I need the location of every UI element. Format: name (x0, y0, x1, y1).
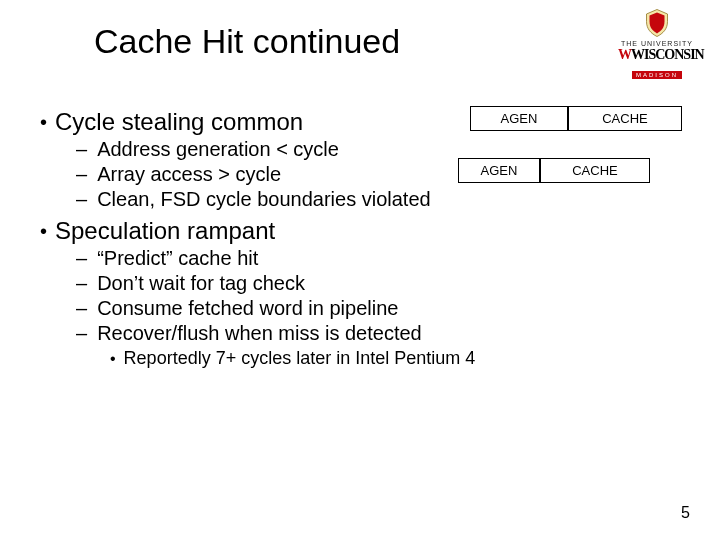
bullet-2-sub-3-text: Consume fetched word in pipeline (97, 297, 398, 320)
bullet-icon: • (40, 220, 47, 243)
agen-box: AGEN (458, 158, 540, 183)
bullet-2-sub-1-text: “Predict” cache hit (97, 247, 258, 270)
bullet-2-sub-3: –Consume fetched word in pipeline (40, 297, 692, 320)
bullet-2: • Speculation rampant (40, 217, 692, 245)
university-logo: THE UNIVERSITY WWISCONSIN MADISON (618, 8, 696, 81)
bullet-1-sub-2-text: Array access > cycle (97, 163, 281, 186)
bullet-2-sub-2: –Don’t wait for tag check (40, 272, 692, 295)
stage-boxes-2: AGEN CACHE (458, 158, 650, 183)
bullet-2-sub-4: –Recover/flush when miss is detected (40, 322, 692, 345)
bullet-2-sub-4-text: Recover/flush when miss is detected (97, 322, 422, 345)
cache-box: CACHE (540, 158, 650, 183)
bullet-1-text: Cycle stealing common (55, 108, 303, 136)
bullet-icon: • (40, 111, 47, 134)
logo-line1: THE UNIVERSITY (618, 40, 696, 47)
logo-city: MADISON (632, 71, 682, 79)
bullet-icon: • (110, 350, 116, 367)
slide-title: Cache Hit continued (94, 22, 400, 61)
agen-box: AGEN (470, 106, 568, 131)
bullet-1-sub-1-text: Address generation < cycle (97, 138, 339, 161)
bullet-1-sub-3: –Clean, FSD cycle boundaries violated (40, 188, 692, 211)
logo-name: WISCONSIN (631, 47, 704, 62)
bullet-2-sub-2-text: Don’t wait for tag check (97, 272, 305, 295)
logo-wordmark: WWISCONSIN (618, 47, 696, 63)
stage-boxes-1: AGEN CACHE (470, 106, 682, 131)
bullet-2-sub-1: –“Predict” cache hit (40, 247, 692, 270)
cache-box: CACHE (568, 106, 682, 131)
bullet-1-sub-3-text: Clean, FSD cycle boundaries violated (97, 188, 431, 211)
bullet-2-note: •Reportedly 7+ cycles later in Intel Pen… (40, 348, 692, 369)
bullet-2-note-text: Reportedly 7+ cycles later in Intel Pent… (124, 348, 476, 368)
slide-body: AGEN CACHE AGEN CACHE • Cycle stealing c… (40, 108, 692, 372)
bullet-2-text: Speculation rampant (55, 217, 275, 245)
page-number: 5 (681, 504, 690, 522)
crest-icon (642, 8, 672, 38)
